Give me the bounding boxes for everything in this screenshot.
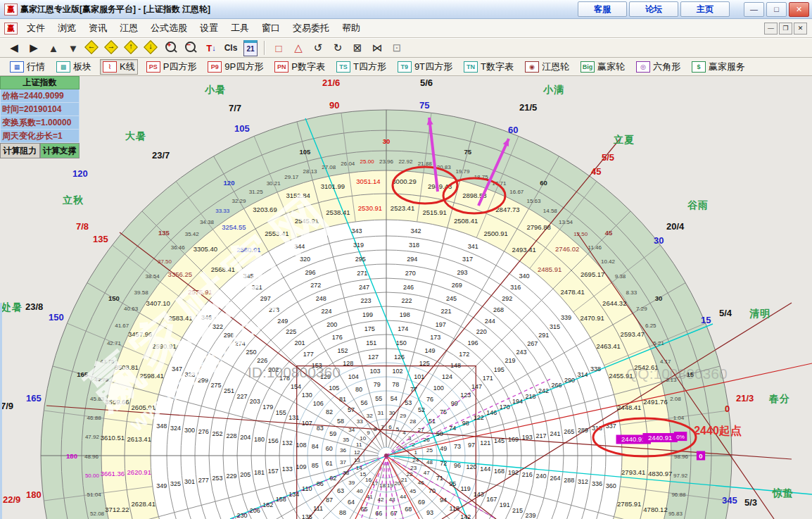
- tool-T四方形[interactable]: TST四方形: [334, 59, 389, 75]
- tool-行情[interactable]: ▦行情: [7, 59, 48, 75]
- tool-P数字表[interactable]: PNP数字表: [272, 59, 328, 75]
- forum-button[interactable]: 论坛: [629, 1, 678, 17]
- calc-resistance-button[interactable]: 计算阻力: [0, 143, 40, 158]
- peak-marker-button[interactable]: ▲: [44, 39, 63, 56]
- child-restore-button[interactable]: ❐: [779, 23, 792, 35]
- svg-text:248: 248: [316, 295, 326, 302]
- svg-text:36.46: 36.46: [171, 244, 186, 251]
- tool-六角形[interactable]: ◎六角形: [633, 59, 683, 75]
- svg-text:288: 288: [564, 477, 574, 484]
- T四方形-icon: TS: [336, 61, 350, 73]
- close-button[interactable]: ✕: [789, 2, 809, 17]
- svg-text:37: 37: [340, 459, 346, 465]
- cls-button[interactable]: Cls: [222, 39, 240, 56]
- zoom-out-button[interactable]: −: [182, 39, 201, 56]
- presentation-button[interactable]: ⊡: [388, 39, 406, 56]
- svg-text:276: 276: [198, 428, 209, 435]
- svg-text:10.42: 10.42: [601, 258, 616, 265]
- svg-text:69: 69: [418, 499, 425, 506]
- svg-text:26.04: 26.04: [341, 161, 355, 167]
- diamond-left-button[interactable]: ←: [84, 39, 102, 56]
- svg-text:66: 66: [375, 510, 382, 517]
- svg-text:195: 195: [494, 366, 505, 373]
- svg-text:204: 204: [240, 434, 250, 441]
- svg-text:275: 275: [210, 382, 221, 389]
- svg-text:93: 93: [426, 509, 433, 516]
- svg-text:14: 14: [356, 465, 362, 471]
- svg-text:294: 294: [407, 256, 417, 263]
- svg-text:312: 312: [578, 478, 588, 485]
- menu-item-6[interactable]: 工具: [224, 20, 255, 37]
- svg-text:317: 317: [462, 256, 473, 263]
- menu-item-2[interactable]: 资讯: [82, 20, 113, 37]
- shrink-button[interactable]: ⋈: [368, 39, 386, 56]
- customer-service-button[interactable]: 客服: [578, 1, 627, 17]
- menu-item-5[interactable]: 设置: [194, 20, 224, 37]
- expand-button[interactable]: ⊠: [348, 39, 367, 56]
- svg-text:78: 78: [392, 381, 399, 388]
- menu-item-8[interactable]: 交易委托: [286, 20, 336, 37]
- calc-support-button[interactable]: 计算支撑: [40, 143, 80, 158]
- svg-text:2440.91: 2440.91: [648, 434, 672, 442]
- svg-text:30: 30: [389, 410, 395, 416]
- menu-item-0[interactable]: 文件: [20, 20, 51, 37]
- svg-text:63: 63: [337, 487, 344, 494]
- menu-item-1[interactable]: 浏览: [51, 20, 82, 37]
- tool-P四方形[interactable]: PSP四方形: [144, 59, 200, 75]
- tool-赢家轮[interactable]: Big赢家轮: [578, 59, 628, 75]
- diamond-down-button[interactable]: ↓: [143, 39, 161, 56]
- svg-text:101: 101: [414, 373, 424, 380]
- svg-text:2613.41: 2613.41: [127, 435, 151, 443]
- tool-赢家服务[interactable]: $赢家服务: [689, 59, 748, 75]
- svg-text:47: 47: [424, 470, 430, 476]
- child-close-button[interactable]: ✕: [794, 23, 807, 35]
- svg-text:35: 35: [343, 437, 349, 443]
- triangle-tool-button[interactable]: △: [289, 39, 307, 56]
- tool-江恩轮[interactable]: ◉江恩轮: [522, 59, 572, 75]
- calendar-button[interactable]: 21: [241, 39, 260, 56]
- tool-9P四方形[interactable]: P99P四方形: [205, 59, 266, 75]
- valley-marker-button[interactable]: ▼: [64, 39, 82, 56]
- svg-text:205: 205: [240, 471, 250, 478]
- svg-text:148: 148: [450, 362, 461, 369]
- svg-text:2500.91: 2500.91: [484, 230, 508, 237]
- svg-text:42: 42: [377, 496, 383, 503]
- menu-item-7[interactable]: 窗口: [255, 20, 286, 37]
- svg-text:39.58: 39.58: [134, 289, 149, 296]
- svg-text:106: 106: [313, 400, 324, 407]
- toolbar-separator: [264, 41, 265, 55]
- P四方形-icon: PS: [146, 61, 160, 73]
- svg-text:169: 169: [508, 436, 519, 443]
- diamond-right-button[interactable]: →: [103, 39, 122, 56]
- gann-wheel-chart[interactable]: 1234567891011121314151617181920212223242…: [0, 76, 812, 519]
- forward-button[interactable]: ▶: [25, 39, 43, 56]
- svg-text:135: 135: [158, 229, 170, 237]
- diamond-up-button[interactable]: ↑: [123, 39, 141, 56]
- svg-text:2485.91: 2485.91: [538, 265, 562, 273]
- svg-text:52.08: 52.08: [90, 511, 105, 517]
- menu-item-9[interactable]: 帮助: [336, 20, 367, 37]
- homepage-button[interactable]: 主页: [680, 1, 730, 17]
- rotate-cw-button[interactable]: ↻: [329, 39, 347, 56]
- tool-板块[interactable]: ▩板块: [53, 59, 94, 75]
- 赢家轮-icon: Big: [581, 61, 595, 73]
- menu-item-3[interactable]: 江恩: [113, 20, 144, 37]
- back-button[interactable]: ◀: [5, 39, 23, 56]
- rotate-ccw-button[interactable]: ↺: [309, 39, 327, 56]
- svg-text:40.63: 40.63: [124, 306, 139, 312]
- svg-text:341: 341: [468, 243, 478, 250]
- restore-button[interactable]: □: [766, 2, 787, 17]
- svg-text:75: 75: [440, 408, 447, 415]
- square-tool-button[interactable]: □: [269, 39, 288, 56]
- menu-item-4[interactable]: 公式选股: [144, 20, 194, 37]
- minimize-button[interactable]: —: [744, 2, 764, 17]
- tool-K线[interactable]: ⌇K线: [100, 59, 138, 75]
- svg-text:325: 325: [170, 480, 181, 487]
- t-cursor-button[interactable]: T↓: [202, 39, 220, 56]
- tool-9T四方形[interactable]: T99T四方形: [395, 59, 455, 75]
- zoom-in-button[interactable]: +: [163, 39, 181, 56]
- svg-text:135: 135: [302, 513, 312, 519]
- svg-text:142: 142: [460, 513, 471, 519]
- tool-T数字表[interactable]: TNT数字表: [461, 59, 516, 75]
- child-minimize-button[interactable]: —: [764, 23, 778, 35]
